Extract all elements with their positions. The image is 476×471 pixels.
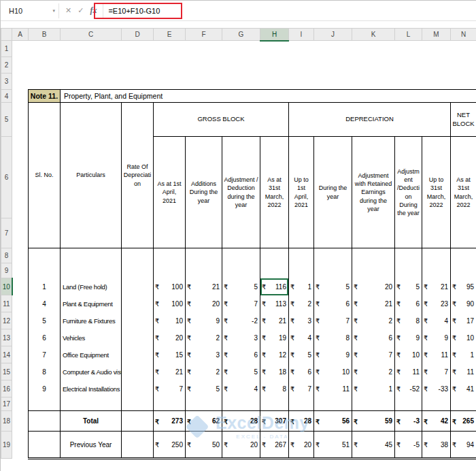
empty-cell[interactable] — [186, 263, 222, 278]
header-net-block[interactable]: NET BLOCK — [451, 103, 476, 137]
empty-cell[interactable] — [289, 248, 314, 263]
cell-K13[interactable]: ₹6 — [352, 329, 395, 346]
header-gb-additions[interactable]: Additions During the year — [186, 137, 222, 248]
cell-C16[interactable]: Electrical Installations — [61, 380, 122, 397]
cell-L19[interactable]: ₹-5 — [395, 432, 422, 459]
empty-cell[interactable] — [122, 263, 154, 278]
row-header-18[interactable]: 18 — [1, 411, 12, 432]
col-header-M[interactable]: M — [422, 29, 451, 41]
header-particulars[interactable]: Particulars — [61, 103, 122, 248]
cell-J18[interactable]: ₹56 — [314, 411, 352, 432]
cell-H16[interactable]: ₹8 — [260, 380, 289, 397]
cell-E11[interactable]: ₹100 — [154, 295, 186, 312]
header-gross-block[interactable]: GROSS BLOCK — [154, 103, 289, 137]
empty-cell[interactable] — [395, 248, 422, 263]
empty-cell[interactable] — [222, 263, 260, 278]
empty-cell[interactable] — [154, 263, 186, 278]
cell-J12[interactable]: ₹7 — [314, 312, 352, 329]
col-header-E[interactable]: E — [154, 29, 186, 41]
cell-M14[interactable]: ₹11 — [422, 346, 451, 363]
row-header-10-selected[interactable]: 10 — [1, 278, 12, 295]
cell-K11[interactable]: ₹21 — [352, 295, 395, 312]
cell-N13[interactable]: ₹10 — [451, 329, 476, 346]
empty-cell[interactable] — [12, 312, 29, 329]
header-rate-of-depreciation[interactable]: Rate Of Depreciation — [122, 103, 154, 248]
empty-cell[interactable] — [352, 263, 395, 278]
cell-E19[interactable]: ₹250 — [154, 432, 186, 459]
cell-K12[interactable]: ₹2 — [352, 312, 395, 329]
cell-G14[interactable]: ₹6 — [222, 346, 260, 363]
empty-cell[interactable] — [12, 397, 29, 411]
cell-G11[interactable]: ₹7 — [222, 295, 260, 312]
empty-cell[interactable] — [422, 248, 451, 263]
cell-E10[interactable]: ₹100 — [154, 278, 186, 295]
cell-L10[interactable]: ₹5 — [395, 278, 422, 295]
header-dep-adjustment[interactable]: Adjustment /Deduction During the year — [395, 137, 422, 248]
col-header-J[interactable]: J — [314, 29, 352, 41]
empty-cell[interactable] — [451, 248, 476, 263]
cell-E15[interactable]: ₹21 — [154, 363, 186, 380]
cell-F15[interactable]: ₹2 — [186, 363, 222, 380]
cell-C11[interactable]: Plant & Equipment — [61, 295, 122, 312]
enter-icon[interactable]: ✓ — [78, 6, 84, 15]
empty-cell[interactable] — [451, 397, 476, 411]
empty-cell[interactable] — [451, 263, 476, 278]
row-header-12[interactable]: 12 — [1, 312, 12, 329]
empty-cell[interactable] — [29, 248, 61, 263]
header-gb-opening[interactable]: As at 1st April, 2021 — [154, 137, 186, 248]
empty-cell[interactable] — [29, 263, 61, 278]
cell-M18[interactable]: ₹42 — [422, 411, 451, 432]
note-label-cell[interactable]: Note 11. — [29, 90, 61, 103]
cell-L14[interactable]: ₹10 — [395, 346, 422, 363]
row-header-17[interactable]: 17 — [1, 397, 12, 411]
cell-L18[interactable]: ₹-3 — [395, 411, 422, 432]
row-header-16[interactable]: 16 — [1, 380, 12, 397]
empty-cell[interactable] — [289, 263, 314, 278]
col-header-H-selected[interactable]: H — [260, 29, 289, 41]
empty-cell[interactable] — [12, 432, 29, 459]
header-dep-closing[interactable]: Up to 31st March, 2022 — [422, 137, 451, 248]
cell-name-box[interactable]: H10 ▾ — [3, 3, 59, 18]
row-header-15[interactable]: 15 — [1, 363, 12, 380]
cell-B16[interactable]: 9 — [29, 380, 61, 397]
cell-N16[interactable]: ₹41 — [451, 380, 476, 397]
empty-cell[interactable] — [260, 397, 289, 411]
cell-H19[interactable]: ₹267 — [260, 432, 289, 459]
cell-F19[interactable]: ₹50 — [186, 432, 222, 459]
cell-H15[interactable]: ₹18 — [260, 363, 289, 380]
cell-M19[interactable]: ₹38 — [422, 432, 451, 459]
cell-I18[interactable]: ₹28 — [289, 411, 314, 432]
cell-D11[interactable] — [122, 295, 154, 312]
row-header-8[interactable]: 8 — [1, 248, 12, 263]
cell-C10[interactable]: Land (Free hold) — [61, 278, 122, 295]
empty-cell[interactable] — [222, 248, 260, 263]
cell-G12[interactable]: ₹-2 — [222, 312, 260, 329]
empty-cell[interactable] — [12, 278, 29, 295]
col-header-K[interactable]: K — [352, 29, 395, 41]
cell-F12[interactable]: ₹9 — [186, 312, 222, 329]
cell-E18[interactable]: ₹273 — [154, 411, 186, 432]
cell-I15[interactable]: ₹6 — [289, 363, 314, 380]
cell-K14[interactable]: ₹7 — [352, 346, 395, 363]
name-box-dropdown-icon[interactable]: ▾ — [51, 8, 56, 14]
row-header-5[interactable]: 5 — [1, 103, 12, 137]
empty-cell[interactable] — [12, 363, 29, 380]
empty-cell[interactable] — [222, 397, 260, 411]
empty-cell[interactable] — [289, 397, 314, 411]
cell-M10[interactable]: ₹21 — [422, 278, 451, 295]
cell-B15[interactable]: 8 — [29, 363, 61, 380]
cell-M11[interactable]: ₹23 — [422, 295, 451, 312]
header-dep-retained-earnings[interactable]: Adjustment with Retained Earnings during… — [352, 137, 395, 248]
row-header-4[interactable]: 4 — [1, 90, 12, 103]
empty-cell[interactable] — [422, 263, 451, 278]
row-header-7[interactable]: 7 — [1, 218, 12, 248]
empty-cell[interactable] — [314, 397, 352, 411]
cell-G13[interactable]: ₹3 — [222, 329, 260, 346]
cell-I13[interactable]: ₹4 — [289, 329, 314, 346]
cell-E12[interactable]: ₹10 — [154, 312, 186, 329]
cell-F10[interactable]: ₹21 — [186, 278, 222, 295]
empty-cell[interactable] — [12, 346, 29, 363]
cell-K19[interactable]: ₹45 — [352, 432, 395, 459]
col-header-N[interactable]: N — [451, 29, 476, 41]
cell-B13[interactable]: 6 — [29, 329, 61, 346]
